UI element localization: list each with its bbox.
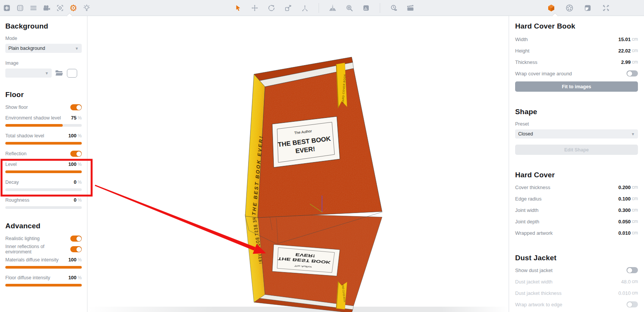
env-shadow-slider[interactable] (5, 124, 82, 127)
cm-unit: cm (632, 219, 638, 224)
env-shadow-value: 75 (71, 115, 76, 121)
edge-radius-label: Edge radius (515, 196, 618, 202)
model-properties-cube-icon[interactable] (546, 3, 557, 13)
wrap-artwork-edge-toggle[interactable] (627, 301, 638, 307)
height-value[interactable]: 22.02 (618, 48, 631, 54)
model-properties-panel: Hard Cover Book Width 15.01cm Height 22.… (509, 16, 644, 312)
image-label: Image (5, 60, 82, 66)
main-toolbar: ⚙ (0, 0, 644, 16)
background-section-title: Background (5, 22, 82, 30)
materials-diffuse-value: 100 (68, 257, 77, 263)
environment-image-icon[interactable] (582, 3, 593, 13)
toggle-knob (627, 71, 632, 76)
wrap-cover-toggle[interactable] (627, 70, 638, 76)
wrapped-artwork-value[interactable]: 0.010 (618, 230, 631, 236)
scenes-grid-icon[interactable] (15, 3, 25, 13)
cm-unit: cm (632, 207, 638, 213)
inner-reflections-toggle[interactable] (70, 246, 82, 252)
scene-settings-panel: Background Mode Plain background ▼ Image… (0, 16, 87, 312)
reflection-label: Reflection (5, 151, 70, 156)
wrap-cover-label: Wrap cover image around (515, 71, 627, 76)
joint-depth-value[interactable]: 0.050 (618, 219, 631, 224)
env-shadow-label: Environment shadow level (5, 115, 71, 121)
cover-thickness-value[interactable]: 0.200 (618, 185, 631, 190)
materials-reel-icon[interactable] (564, 3, 575, 13)
scale-tool-icon[interactable] (283, 3, 293, 13)
floor-section-title: Floor (5, 91, 82, 99)
reflection-level-slider[interactable] (5, 170, 82, 173)
spread-tool-icon[interactable] (300, 3, 310, 13)
dust-jacket-thickness-value: 0.010 (618, 290, 631, 296)
thickness-value[interactable]: 2.99 (621, 59, 631, 65)
percent-unit: % (78, 162, 82, 167)
viewport-3d[interactable]: THE BEST BOOK EVER! The Author THE BEST … (87, 16, 509, 312)
render-clapper-icon[interactable] (405, 3, 416, 13)
add-object-icon[interactable] (2, 3, 12, 13)
move-tool-icon[interactable] (249, 3, 260, 13)
width-label: Width (515, 37, 618, 42)
book-cover-label-plate: The Author THE BEST BOOK EVER! (272, 116, 340, 167)
slider-fill (5, 124, 63, 127)
joint-depth-label: Joint depth (515, 219, 618, 224)
wrapped-artwork-label: Wrapped artwork (515, 230, 618, 236)
floor-diffuse-value: 100 (68, 275, 77, 280)
book-reflection (243, 212, 388, 312)
toggle-materials-icon[interactable] (361, 3, 371, 13)
shape-preset-select[interactable]: Closed ▼ (515, 129, 638, 138)
slider-fill (5, 170, 82, 173)
cm-unit: cm (632, 185, 638, 190)
chevron-down-icon: ▼ (631, 132, 635, 136)
show-floor-toggle[interactable] (70, 104, 82, 110)
width-value[interactable]: 15.01 (618, 37, 631, 42)
fullscreen-expand-icon[interactable] (601, 3, 611, 13)
cm-unit: cm (632, 279, 638, 284)
materials-diffuse-slider[interactable] (5, 266, 82, 269)
roughness-value: 0 (74, 197, 76, 203)
shape-section-title: Shape (515, 108, 638, 116)
camera-icon[interactable] (41, 3, 52, 13)
objects-list-icon[interactable] (28, 3, 39, 13)
dust-jacket-width-value: 48.0 (621, 279, 631, 285)
snapshot-frame-icon[interactable] (55, 3, 65, 13)
edge-radius-value[interactable]: 0.100 (618, 196, 631, 202)
percent-unit: % (78, 257, 82, 263)
percent-unit: % (78, 180, 82, 185)
show-dust-jacket-toggle[interactable] (627, 267, 638, 273)
rotate-tool-icon[interactable] (266, 3, 277, 13)
book-model[interactable]: THE BEST BOOK EVER! The Author THE BEST … (243, 53, 388, 221)
drop-to-floor-icon[interactable] (327, 3, 338, 13)
toggle-knob (76, 105, 81, 110)
realistic-lighting-toggle[interactable] (70, 236, 82, 242)
roughness-slider[interactable] (5, 206, 82, 209)
total-shadow-slider[interactable] (5, 142, 82, 145)
animation-time-icon[interactable] (389, 3, 399, 13)
reflection-decay-slider[interactable] (5, 188, 82, 191)
dust-jacket-width-label: Dust jacket width (515, 279, 621, 285)
show-dust-jacket-label: Show dust jacket (515, 267, 627, 273)
toggle-knob (76, 236, 81, 241)
chevron-down-icon: ▼ (45, 71, 49, 75)
total-shadow-value: 100 (68, 133, 77, 138)
zoom-to-object-icon[interactable] (344, 3, 355, 13)
fit-to-images-button[interactable]: Fit to images (515, 81, 638, 92)
toolbar-separator (380, 3, 380, 13)
folder-open-icon[interactable] (55, 69, 64, 77)
edit-shape-button[interactable]: Edit Shape (515, 145, 638, 155)
reflection-toggle[interactable] (70, 151, 82, 157)
background-image-select[interactable]: ▼ (5, 68, 52, 78)
scene-settings-gear-icon[interactable]: ⚙ (68, 3, 79, 13)
app-window: ⚙ (0, 0, 644, 312)
background-color-swatch[interactable] (67, 69, 77, 78)
reflection-decay-value: 0 (74, 179, 76, 185)
select-cursor-icon[interactable] (233, 3, 243, 13)
viewport-canvas: THE BEST BOOK EVER! The Author THE BEST … (87, 16, 509, 312)
show-floor-label: Show floor (5, 105, 70, 110)
floor-diffuse-slider[interactable] (5, 284, 82, 287)
slider-fill (5, 266, 82, 269)
chevron-down-icon: ▼ (75, 46, 79, 51)
cm-unit: cm (632, 230, 638, 236)
lighting-bulb-icon[interactable] (81, 3, 92, 13)
joint-width-value[interactable]: 0.300 (618, 207, 631, 213)
background-mode-select[interactable]: Plain background ▼ (5, 44, 82, 53)
cover-thickness-label: Cover thickness (515, 185, 618, 190)
